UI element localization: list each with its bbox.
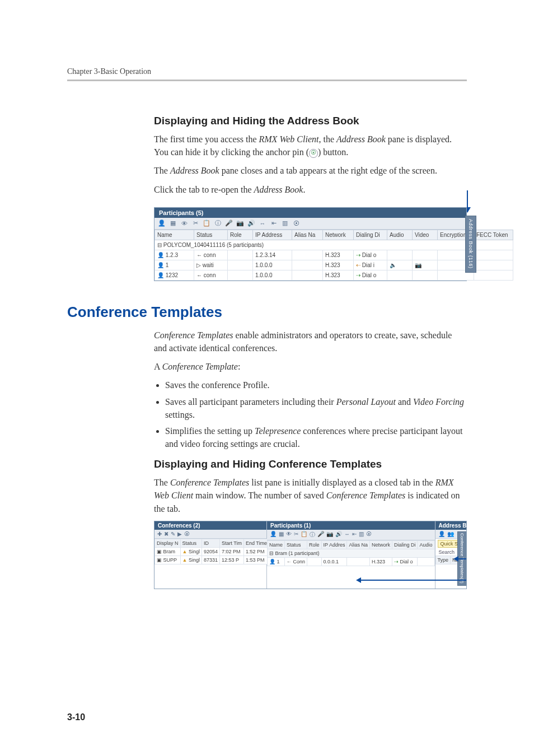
address-book-tab[interactable]: Address Book (116) — [465, 216, 476, 273]
col[interactable]: Audio — [418, 540, 434, 549]
link-icon[interactable]: ↔ — [344, 531, 350, 539]
col-status[interactable]: Status — [194, 230, 228, 240]
col[interactable]: Name — [268, 540, 285, 549]
text-italic: Address Book — [254, 185, 303, 194]
cam-icon[interactable]: 📷 — [236, 220, 244, 227]
title-text: Address Book — [439, 522, 467, 529]
col[interactable]: Role — [307, 540, 322, 549]
col[interactable]: Display N — [155, 539, 181, 547]
group-row[interactable]: ⊟ Bram (1 participant) — [268, 549, 435, 557]
delete-icon[interactable]: ✖ — [164, 531, 168, 537]
text-italic: Conference Template — [162, 362, 238, 371]
col-role[interactable]: Role — [228, 230, 253, 240]
move-left-icon[interactable]: ⇤ — [270, 220, 278, 227]
link-icon[interactable]: ↔ — [259, 220, 266, 227]
stop-icon[interactable]: ⦿ — [366, 531, 372, 539]
conferences-title: Conferences (2) — [154, 521, 266, 530]
participants-pane-2: Participants (1) 👤 ▦ 👁 ✂ 📋 ⓘ 🎤 📷 🔊 ↔ ⇤ ▥… — [267, 521, 435, 589]
arrow-left-icon: ← — [196, 272, 202, 278]
text: Saves the conference Profile. — [165, 380, 270, 390]
col[interactable]: Start Tim — [220, 539, 244, 547]
info-icon[interactable]: ⓘ — [310, 531, 315, 539]
col[interactable]: Status — [180, 539, 202, 547]
text: main window. The number of saved — [193, 491, 326, 500]
col-fecc[interactable]: FECC Token — [474, 230, 513, 240]
table-row[interactable]: ▣ Bram ▲ Singl 92054 7:02 PM 1:52 PM — [155, 547, 269, 556]
cut-icon[interactable]: ✂ — [294, 531, 298, 539]
cell: H.323 — [323, 260, 354, 270]
text: settings. — [165, 410, 195, 419]
list-item: Saves all participant parameters includi… — [165, 395, 467, 421]
participant-icon: 👤 — [269, 559, 275, 564]
move-left-icon[interactable]: ⇤ — [352, 531, 357, 539]
group-icon[interactable]: ▦ — [279, 531, 284, 539]
edit-icon[interactable]: ✎ — [171, 531, 175, 537]
group-icon[interactable]: 👥 — [447, 531, 454, 537]
col[interactable]: Dialing Di — [392, 540, 418, 549]
person-add-icon[interactable]: 👤 — [270, 531, 277, 539]
participant-icon: 👤 — [157, 252, 164, 258]
text: A — [154, 362, 162, 371]
cell: H.323 — [323, 270, 354, 280]
group-row[interactable]: ⊟ POLYCOM_1040411116 (5 participants) — [155, 240, 513, 250]
col[interactable]: IP Addres — [321, 540, 347, 549]
section1-p2: The Address Book pane closes and a tab a… — [154, 164, 467, 177]
view-icon[interactable]: 👁 — [286, 531, 292, 539]
cell: 87331 — [202, 556, 219, 564]
page-number: 3-10 — [67, 712, 85, 722]
cell: 7:02 PM — [220, 547, 244, 556]
conferences-pane: Conferences (2) ✚ ✖ ✎ ▶ ⦿ Display N Stat… — [154, 521, 267, 589]
person-add-icon[interactable]: 👤 — [158, 220, 166, 227]
mic-icon[interactable]: 🎤 — [225, 220, 233, 227]
layout-icon[interactable]: ▥ — [359, 531, 364, 539]
view-icon[interactable]: 👁 — [180, 220, 188, 227]
cell: 92054 — [202, 547, 219, 556]
stop-icon[interactable]: ⦿ — [292, 220, 300, 227]
col[interactable]: Network — [369, 540, 392, 549]
col-alias[interactable]: Alias Na — [292, 230, 323, 240]
table-row[interactable]: 👤 1 ← Conn 0.0.0.1 H.323 ⇢ Dial o — [268, 557, 435, 566]
section1-p3: Click the tab to re-open the Address Boo… — [154, 183, 467, 196]
col-video[interactable]: Video — [413, 230, 438, 240]
list-item: Simplifies the setting up Telepresence c… — [165, 424, 467, 450]
stop-icon[interactable]: ⦿ — [184, 531, 190, 537]
table-header: Name Status Role IP Addres Alias Na Netw… — [268, 540, 435, 549]
layout-icon[interactable]: ▥ — [281, 220, 289, 227]
col-audio[interactable]: Audio — [387, 230, 413, 240]
col-dialing[interactable]: Dialing Di — [354, 230, 387, 240]
cam-icon[interactable]: 📷 — [326, 531, 333, 539]
text-italic: RMX Web Client — [259, 134, 319, 144]
person-add-icon[interactable]: 👤 — [438, 531, 445, 537]
play-icon[interactable]: ▶ — [177, 531, 182, 537]
cell: 12:53 P — [220, 556, 244, 564]
group-icon[interactable]: ▦ — [169, 220, 177, 227]
col[interactable]: Alias Na — [347, 540, 370, 549]
participant-icon: 👤 — [157, 272, 164, 278]
cell: Dial i — [362, 262, 374, 268]
col-ip[interactable]: IP Address — [253, 230, 292, 240]
col[interactable]: End Time — [244, 539, 269, 547]
info-icon[interactable]: ⓘ — [214, 220, 222, 227]
clipboard-icon[interactable]: 📋 — [203, 220, 210, 227]
conf-toolbar: ✚ ✖ ✎ ▶ ⦿ — [154, 530, 266, 539]
col[interactable]: ID — [202, 539, 219, 547]
col[interactable]: Type — [435, 556, 451, 564]
table-row[interactable]: 👤 1232 ← conn 1.0.0.0 H.323 ⇢ Dial o — [155, 270, 513, 280]
clipboard-icon[interactable]: 📋 — [301, 531, 307, 539]
cell: 1.0.0.0 — [253, 270, 292, 280]
col-name[interactable]: Name — [155, 230, 194, 240]
cut-icon[interactable]: ✂ — [191, 220, 199, 227]
mic-icon[interactable]: 🎤 — [317, 531, 324, 539]
warn-icon: ▲ — [182, 549, 188, 554]
table-row[interactable]: ▣ SUPP ▲ Singl 87331 12:53 P 1:53 PM — [155, 556, 269, 564]
speaker-icon[interactable]: 🔊 — [335, 531, 342, 539]
add-icon[interactable]: ✚ — [157, 531, 162, 537]
table-row[interactable]: 👤 1 ▷ waiti 1.0.0.0 H.323 ⇠ Dial i 🔈 📷 — [155, 260, 513, 270]
speaker-icon[interactable]: 🔊 — [247, 220, 255, 227]
col[interactable]: Status — [285, 540, 307, 549]
text-italic: Conference Templates — [154, 330, 233, 340]
table-row[interactable]: 👤 1.2.3 ← conn 1.2.3.14 H.323 ⇢ Dial o — [155, 250, 513, 260]
part-toolbar-2: 👤 ▦ 👁 ✂ 📋 ⓘ 🎤 📷 🔊 ↔ ⇤ ▥ ⦿ — [267, 530, 435, 540]
col-network[interactable]: Network — [323, 230, 354, 240]
cell: 0.0.0.1 — [321, 557, 347, 566]
